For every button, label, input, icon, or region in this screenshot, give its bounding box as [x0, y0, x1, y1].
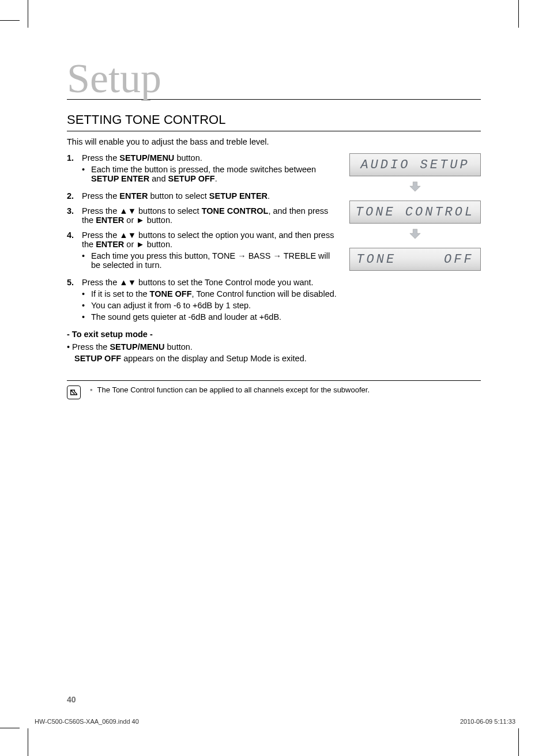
step-2: 2. Press the ENTER button to select SETU…	[67, 191, 337, 201]
text: Press the	[82, 191, 119, 201]
button-ref: ENTER	[96, 240, 124, 249]
up-down-icon: ▲▼	[119, 278, 136, 287]
text: button.	[145, 240, 172, 249]
button-ref: ENTER	[119, 191, 148, 201]
text: • Press the	[67, 342, 110, 351]
crop-mark	[28, 0, 28, 28]
lcd-display-2: TONE CONTROL	[349, 201, 481, 224]
exit-line: • Press the SETUP/MENU button.	[67, 342, 337, 351]
divider	[67, 380, 481, 381]
text: BASS	[246, 251, 273, 260]
bullet: •	[82, 301, 91, 310]
text: If it is set to the	[91, 289, 150, 298]
step-5: 5. Press the ▲▼ buttons to set the Tone …	[67, 278, 337, 324]
step-number: 1.	[67, 153, 82, 186]
note-row: ▪The Tone Control function can be applie…	[67, 385, 481, 399]
mode-ref: SETUP ENTER	[209, 191, 268, 201]
step-number: 4.	[67, 230, 82, 272]
lcd-right: OFF	[444, 252, 474, 267]
text: Each time you press this button, TONE	[91, 251, 238, 260]
text: appears on the display and Setup Mode is…	[121, 354, 307, 363]
up-down-icon: ▲▼	[119, 230, 136, 240]
crop-mark	[28, 728, 28, 756]
crop-mark	[0, 728, 20, 728]
mode-ref: SETUP ENTER	[91, 174, 149, 183]
display-column: AUDIO SETUP TONE CONTROL TONE OFF	[349, 153, 481, 365]
bullet: •	[82, 289, 91, 298]
bullet: •	[82, 312, 91, 322]
step-number: 3.	[67, 206, 82, 225]
step-1: 1. Press the SETUP/MENU button. • Each t…	[67, 153, 337, 186]
text: button.	[174, 153, 202, 162]
text: or	[124, 216, 136, 225]
button-ref: SETUP/MENU	[110, 342, 164, 351]
text: button to select	[148, 191, 209, 201]
step-number: 2.	[67, 191, 82, 201]
step-3: 3. Press the ▲▼ buttons to select TONE C…	[67, 206, 337, 225]
bullet: •	[82, 251, 91, 270]
crop-mark	[0, 20, 20, 21]
text: You can adjust it from -6 to +6dB by 1 s…	[91, 301, 337, 310]
step-number: 5.	[67, 278, 82, 324]
up-down-icon: ▲▼	[119, 206, 136, 216]
text: Press the	[82, 278, 119, 287]
text: Each time the button is pressed, the mod…	[91, 165, 316, 174]
arrow-right-icon: →	[238, 251, 246, 260]
exit-heading: - To exit setup mode -	[67, 330, 337, 339]
text: Press the	[82, 153, 119, 162]
text: buttons to select	[136, 206, 202, 216]
right-icon: ►	[136, 240, 144, 249]
chapter-title: Setup	[67, 58, 481, 100]
text: , Tone Control function will be disabled…	[192, 289, 337, 298]
option-ref: TONE CONTROL	[202, 206, 269, 216]
arrow-down-icon	[409, 180, 421, 192]
exit-line: SETUP OFF appears on the display and Set…	[67, 354, 337, 363]
text: Press the	[82, 206, 119, 216]
mode-ref: SETUP OFF	[168, 174, 215, 183]
right-icon: ►	[136, 216, 144, 225]
text: Press the	[82, 230, 119, 240]
text: or	[124, 240, 136, 249]
arrow-right-icon: →	[273, 251, 281, 260]
lcd-display-3: TONE OFF	[349, 248, 481, 271]
note-bullet: ▪	[90, 385, 93, 394]
footer-filename: HW-C500-C560S-XAA_0609.indd 40	[35, 718, 139, 725]
note-icon	[67, 385, 81, 399]
crop-mark	[518, 0, 519, 28]
text: buttons to set the Tone Control mode you…	[136, 278, 314, 287]
page-number: 40	[67, 695, 76, 704]
crop-mark	[518, 728, 519, 756]
intro-text: This will enable you to adjust the bass …	[67, 137, 481, 146]
lcd-left: TONE	[356, 252, 396, 267]
button-ref: ENTER	[96, 216, 124, 225]
step-4: 4. Press the ▲▼ buttons to select the op…	[67, 230, 337, 272]
instructions-column: 1. Press the SETUP/MENU button. • Each t…	[67, 153, 337, 365]
section-title: SETTING TONE CONTROL	[67, 112, 481, 131]
text: button.	[145, 216, 172, 225]
text: button.	[164, 342, 192, 351]
text: and	[149, 174, 168, 183]
text: The sound gets quieter at -6dB and loude…	[91, 312, 337, 322]
footer-timestamp: 2010-06-09 5:11:33	[460, 718, 515, 725]
button-ref: SETUP/MENU	[119, 153, 174, 162]
bullet: •	[82, 165, 91, 183]
note-text: The Tone Control function can be applied…	[97, 385, 370, 394]
lcd-display-1: AUDIO SETUP	[349, 153, 481, 176]
mode-ref: TONE OFF	[150, 289, 192, 298]
mode-ref: SETUP OFF	[74, 354, 121, 363]
text: .	[268, 191, 270, 201]
page-content: Setup SETTING TONE CONTROL This will ena…	[67, 58, 481, 399]
arrow-down-icon	[409, 227, 421, 240]
text: .	[215, 174, 217, 183]
